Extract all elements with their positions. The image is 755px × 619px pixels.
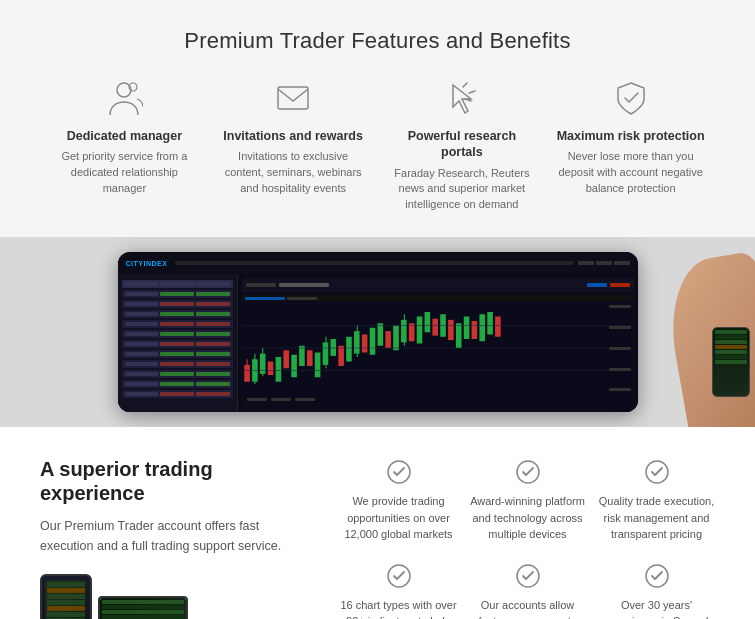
svg-rect-9 bbox=[291, 355, 297, 378]
feature-2-desc: Invitations to exclusive content, semina… bbox=[219, 149, 368, 197]
benefit-4-text: 16 chart types with over 80+ indicators … bbox=[340, 597, 457, 619]
device-images bbox=[40, 574, 300, 619]
chart-right-axis bbox=[609, 303, 634, 393]
features-grid: Dedicated manager Get priority service f… bbox=[40, 76, 715, 213]
svg-rect-22 bbox=[393, 326, 399, 351]
svg-rect-27 bbox=[432, 319, 438, 336]
trading-desc: Our Premium Trader account offers fast e… bbox=[40, 517, 300, 556]
feature-1-desc: Get priority service from a dedicated re… bbox=[50, 149, 199, 197]
svg-rect-35 bbox=[495, 317, 501, 337]
svg-rect-17 bbox=[354, 331, 360, 354]
svg-rect-6 bbox=[267, 362, 273, 376]
checkmark-icon-2 bbox=[513, 457, 543, 487]
feature-research: Powerful research portals Faraday Resear… bbox=[378, 76, 547, 213]
svg-rect-33 bbox=[479, 315, 485, 342]
svg-rect-29 bbox=[448, 320, 454, 340]
benefit-2-text: Award-winning platform and technology ac… bbox=[469, 493, 586, 543]
trading-left: A superior trading experience Our Premiu… bbox=[40, 457, 300, 619]
feature-4-title: Maximum risk protection bbox=[556, 128, 705, 144]
svg-rect-21 bbox=[385, 331, 391, 348]
cursor-icon bbox=[440, 76, 484, 120]
svg-rect-31 bbox=[463, 317, 469, 340]
benefit-5: Our accounts allow fast, easy payments a… bbox=[469, 561, 586, 619]
trading-title: A superior trading experience bbox=[40, 457, 300, 505]
benefit-6-text: Over 30 years' experience in Spread Bett… bbox=[598, 597, 715, 619]
svg-rect-15 bbox=[338, 346, 344, 366]
device-tablet-small bbox=[98, 596, 188, 619]
chart-canvas bbox=[242, 303, 634, 393]
svg-rect-7 bbox=[275, 357, 281, 382]
tablet-header: CITYINDEX bbox=[118, 252, 638, 274]
svg-rect-32 bbox=[471, 321, 477, 339]
checkmark-icon-5 bbox=[513, 561, 543, 591]
svg-rect-10 bbox=[299, 346, 305, 366]
checkmark-icon-6 bbox=[642, 561, 672, 591]
svg-rect-34 bbox=[487, 312, 493, 335]
svg-rect-25 bbox=[416, 317, 422, 344]
svg-rect-20 bbox=[377, 324, 383, 347]
svg-rect-2 bbox=[278, 87, 308, 109]
svg-rect-30 bbox=[455, 324, 461, 349]
svg-rect-8 bbox=[283, 351, 289, 369]
benefit-5-text: Our accounts allow fast, easy payments a… bbox=[469, 597, 586, 619]
svg-rect-19 bbox=[369, 328, 375, 355]
mail-icon bbox=[271, 76, 315, 120]
trading-section: A superior trading experience Our Premiu… bbox=[0, 427, 755, 619]
checkmark-icon-3 bbox=[642, 457, 672, 487]
trading-benefits-grid: We provide trading opportunities on over… bbox=[340, 457, 715, 619]
feature-1-title: Dedicated manager bbox=[50, 128, 199, 144]
platform-tablet: CITYINDEX bbox=[118, 252, 638, 412]
shield-icon bbox=[609, 76, 653, 120]
benefit-4: 16 chart types with over 80+ indicators … bbox=[340, 561, 457, 619]
feature-risk: Maximum risk protection Never lose more … bbox=[546, 76, 715, 197]
device-phone bbox=[40, 574, 92, 619]
svg-rect-26 bbox=[424, 312, 430, 332]
feature-3-title: Powerful research portals bbox=[388, 128, 537, 161]
svg-rect-16 bbox=[346, 337, 352, 362]
svg-rect-11 bbox=[306, 351, 312, 367]
feature-4-desc: Never lose more than you deposit with ac… bbox=[556, 149, 705, 197]
person-icon bbox=[102, 76, 146, 120]
benefit-2: Award-winning platform and technology ac… bbox=[469, 457, 586, 543]
svg-rect-12 bbox=[314, 353, 320, 378]
phone-screen bbox=[45, 580, 87, 619]
benefit-3-text: Quality trade execution, risk management… bbox=[598, 493, 715, 543]
benefit-3: Quality trade execution, risk management… bbox=[598, 457, 715, 543]
platform-section: CITYINDEX bbox=[0, 237, 755, 427]
svg-rect-14 bbox=[330, 339, 336, 356]
feature-2-title: Invitations and rewards bbox=[219, 128, 368, 144]
tablet-sidebar bbox=[118, 274, 238, 412]
feature-dedicated-manager: Dedicated manager Get priority service f… bbox=[40, 76, 209, 197]
svg-rect-24 bbox=[408, 324, 414, 342]
premium-section: Premium Trader Features and Benefits Ded… bbox=[0, 0, 755, 237]
tablet-chart bbox=[238, 274, 638, 412]
feature-invitations: Invitations and rewards Invitations to e… bbox=[209, 76, 378, 197]
hand-image bbox=[635, 237, 755, 427]
benefit-1-text: We provide trading opportunities on over… bbox=[340, 493, 457, 543]
feature-3-desc: Faraday Research, Reuters news and super… bbox=[388, 166, 537, 214]
checkmark-icon-4 bbox=[384, 561, 414, 591]
tablet-body bbox=[118, 274, 638, 412]
benefit-1: We provide trading opportunities on over… bbox=[340, 457, 457, 543]
svg-rect-18 bbox=[361, 335, 367, 353]
benefit-6: Over 30 years' experience in Spread Bett… bbox=[598, 561, 715, 619]
premium-title: Premium Trader Features and Benefits bbox=[40, 28, 715, 54]
tablet-small-screen bbox=[100, 598, 186, 619]
checkmark-icon-1 bbox=[384, 457, 414, 487]
